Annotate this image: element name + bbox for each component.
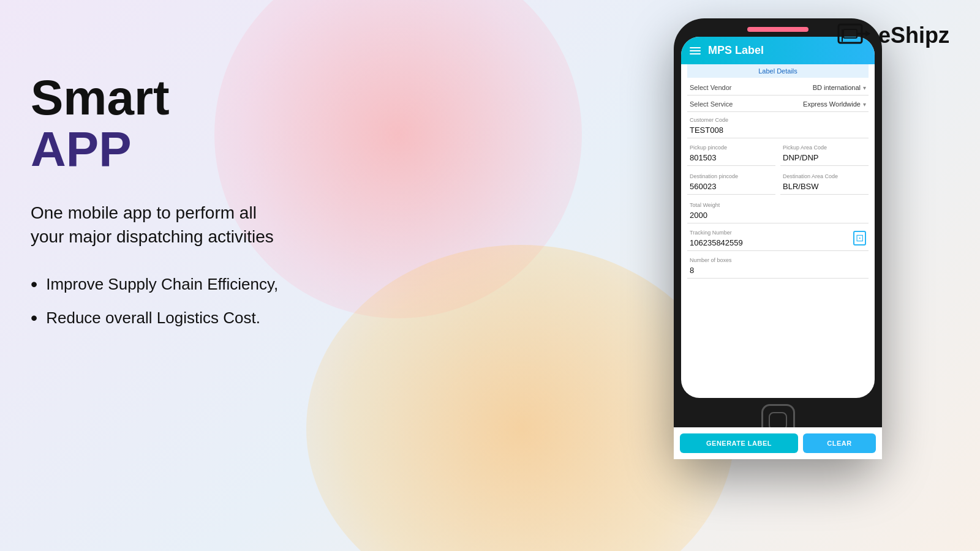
destination-pincode-field[interactable]: Destination pincode 560023	[687, 170, 775, 195]
app-title: MPS Label	[708, 44, 764, 57]
pickup-area-code-label: Pickup Area Code	[783, 144, 866, 151]
eshipz-logo-icon	[837, 18, 871, 52]
left-section: Smart APP One mobile app to perform ally…	[31, 73, 398, 340]
vendor-dropdown-arrow: ▾	[863, 84, 866, 91]
tracking-number-label: Tracking Number	[690, 230, 866, 236]
headline-app: APP	[31, 122, 398, 176]
bullet-item-2: Reduce overall Logistics Cost.	[31, 307, 398, 329]
customer-code-field[interactable]: Customer Code TEST008	[687, 113, 869, 138]
total-weight-field[interactable]: Total Weight 2000	[687, 198, 869, 223]
bullet-item-1: Improve Supply Chain Efficiency,	[31, 273, 398, 296]
phone-outer: MPS Label Label Details Select Vendor BD…	[674, 18, 882, 459]
select-service-row[interactable]: Select Service Express Worldwide ▾	[687, 97, 869, 112]
destination-row: Destination pincode 560023 Destination A…	[687, 170, 869, 197]
select-service-label: Select Service	[690, 100, 733, 108]
hamburger-icon[interactable]	[690, 47, 701, 54]
subtitle: One mobile app to perform allyour major …	[31, 201, 398, 249]
total-weight-value: 2000	[690, 211, 707, 220]
headline-smart: Smart	[31, 73, 398, 122]
svg-rect-1	[843, 29, 857, 38]
number-of-boxes-field[interactable]: Number of boxes 8	[687, 253, 869, 279]
phone-notch	[747, 27, 809, 32]
phone-screen: MPS Label Label Details Select Vendor BD…	[681, 37, 875, 398]
pickup-area-code-value: DNP/DNP	[783, 153, 819, 162]
bullet-list: Improve Supply Chain Efficiency, Reduce …	[31, 273, 398, 329]
svg-marker-3	[865, 31, 870, 37]
destination-pincode-label: Destination pincode	[690, 173, 773, 179]
service-dropdown-arrow: ▾	[863, 101, 866, 108]
destination-pincode-value: 560023	[690, 182, 716, 191]
pickup-pincode-value: 801503	[690, 153, 716, 162]
select-vendor-label: Select Vendor	[690, 84, 732, 91]
select-service-value: Express Worldwide ▾	[803, 100, 866, 108]
pickup-pincode-field[interactable]: Pickup pincode 801503	[687, 141, 775, 166]
destination-area-code-value: BLR/BSW	[783, 182, 819, 191]
pickup-row: Pickup pincode 801503 Pickup Area Code D…	[687, 141, 869, 168]
form-area: Label Details Select Vendor BD internati…	[681, 64, 875, 397]
total-weight-label: Total Weight	[690, 202, 866, 208]
pickup-pincode-label: Pickup pincode	[690, 144, 773, 151]
customer-code-value: TEST008	[690, 126, 723, 135]
number-of-boxes-value: 8	[690, 266, 694, 275]
tracking-number-field[interactable]: Tracking Number 106235842559 ⊡	[687, 226, 869, 251]
logo-area: eShipz	[837, 18, 949, 52]
select-vendor-value: BD international ▾	[813, 84, 866, 91]
tracking-number-value: 106235842559	[690, 238, 743, 247]
phone-mockup: MPS Label Label Details Select Vendor BD…	[674, 18, 882, 459]
customer-code-label: Customer Code	[690, 117, 866, 123]
destination-area-code-field[interactable]: Destination Area Code BLR/BSW	[780, 170, 869, 195]
destination-area-code-label: Destination Area Code	[783, 173, 866, 179]
pickup-area-code-field[interactable]: Pickup Area Code DNP/DNP	[780, 141, 869, 166]
scan-icon[interactable]: ⊡	[853, 231, 866, 246]
number-of-boxes-label: Number of boxes	[690, 257, 866, 263]
section-header: Label Details	[687, 64, 869, 78]
logo-text: eShipz	[878, 23, 949, 48]
select-vendor-row[interactable]: Select Vendor BD international ▾	[687, 80, 869, 96]
